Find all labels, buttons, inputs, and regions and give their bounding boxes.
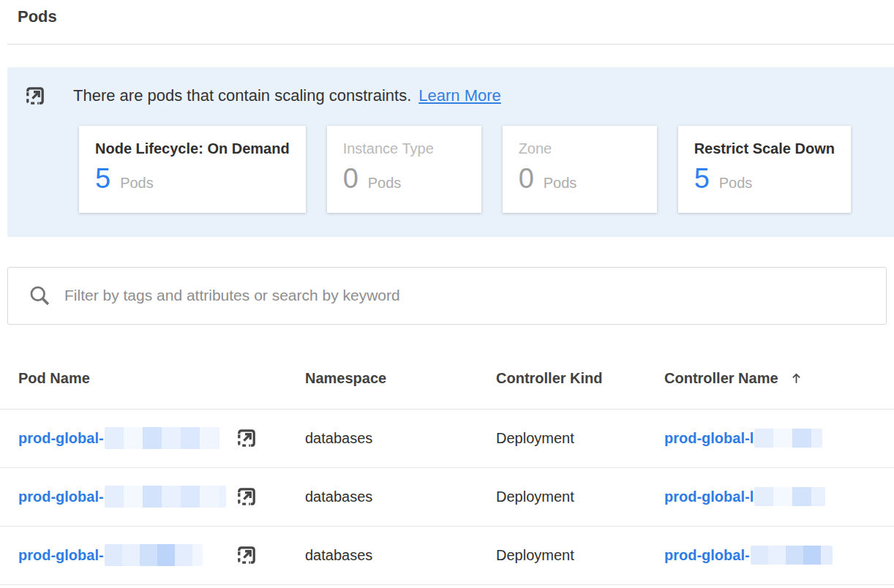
controller-name-text: prod-global-l bbox=[664, 489, 754, 505]
redacted-text bbox=[105, 486, 226, 508]
pod-name-cell: prod-global- bbox=[18, 486, 305, 508]
scale-out-icon[interactable] bbox=[236, 544, 258, 566]
card-count: 5 bbox=[694, 165, 710, 194]
scaling-constraints-banner: There are pods that contain scaling cons… bbox=[7, 67, 894, 237]
redacted-text bbox=[105, 544, 203, 566]
filter-bar bbox=[7, 267, 887, 325]
controller-name-cell: prod-global-l bbox=[664, 429, 894, 448]
card-title: Node Lifecycle: On Demand bbox=[95, 140, 290, 157]
pod-name-text: prod-global- bbox=[18, 430, 104, 447]
pod-name-cell: prod-global- bbox=[18, 427, 305, 449]
controller-name-text: prod-global-l bbox=[664, 430, 754, 447]
redacted-text bbox=[754, 487, 825, 506]
card-node-lifecycle[interactable]: Node Lifecycle: On Demand 5 Pods bbox=[79, 126, 306, 213]
filter-input[interactable] bbox=[64, 287, 871, 304]
table-header: Pod Name Namespace Controller Kind Contr… bbox=[0, 325, 894, 410]
scale-out-icon[interactable] bbox=[236, 427, 258, 449]
card-stat: 0 Pods bbox=[343, 165, 465, 194]
sort-ascending-icon[interactable] bbox=[789, 372, 803, 385]
table-row: prod-global- databases Deployment prod-g… bbox=[0, 527, 894, 585]
namespace-cell: databases bbox=[305, 430, 496, 447]
pod-name-cell: prod-global- bbox=[18, 544, 305, 566]
card-title: Instance Type bbox=[343, 140, 465, 157]
controller-name-link[interactable]: prod-global-l bbox=[664, 429, 822, 448]
card-unit: Pods bbox=[719, 175, 753, 192]
banner-header: There are pods that contain scaling cons… bbox=[24, 85, 894, 107]
controller-kind-cell: Deployment bbox=[496, 489, 664, 505]
scale-out-icon bbox=[24, 85, 46, 107]
constraint-cards: Node Lifecycle: On Demand 5 Pods Instanc… bbox=[79, 126, 894, 213]
controller-kind-cell: Deployment bbox=[496, 430, 664, 447]
redacted-text bbox=[751, 546, 833, 565]
column-header-controller-kind[interactable]: Controller Kind bbox=[496, 370, 664, 387]
column-header-namespace[interactable]: Namespace bbox=[305, 370, 496, 387]
card-zone[interactable]: Zone 0 Pods bbox=[503, 126, 657, 213]
table-row: prod-global- databases Deployment prod-g… bbox=[0, 468, 894, 527]
page-title: Pods bbox=[18, 7, 894, 26]
card-stat: 5 Pods bbox=[95, 165, 290, 194]
card-title: Restrict Scale Down bbox=[694, 140, 835, 157]
pod-name-link[interactable]: prod-global- bbox=[18, 486, 236, 508]
controller-kind-cell: Deployment bbox=[496, 547, 664, 564]
card-count: 5 bbox=[95, 165, 110, 194]
pod-name-text: prod-global- bbox=[18, 547, 104, 564]
scale-out-icon[interactable] bbox=[236, 486, 258, 508]
controller-name-link[interactable]: prod-global- bbox=[664, 546, 833, 565]
column-header-pod-name[interactable]: Pod Name bbox=[18, 370, 305, 387]
card-title: Zone bbox=[519, 140, 641, 157]
card-unit: Pods bbox=[368, 175, 402, 192]
pod-name-link[interactable]: prod-global- bbox=[18, 427, 236, 449]
card-stat: 5 Pods bbox=[694, 165, 835, 194]
column-header-label: Controller Name bbox=[664, 370, 778, 387]
pod-name-link[interactable]: prod-global- bbox=[18, 544, 236, 566]
card-instance-type[interactable]: Instance Type 0 Pods bbox=[327, 126, 481, 213]
namespace-cell: databases bbox=[305, 547, 496, 564]
redacted-text bbox=[754, 429, 822, 448]
controller-name-link[interactable]: prod-global-l bbox=[664, 487, 825, 506]
learn-more-link[interactable]: Learn More bbox=[418, 86, 501, 105]
card-restrict-scale-down[interactable]: Restrict Scale Down 5 Pods bbox=[678, 126, 851, 213]
redacted-text bbox=[105, 427, 219, 449]
search-icon bbox=[28, 284, 52, 308]
card-unit: Pods bbox=[544, 175, 577, 192]
card-count: 0 bbox=[519, 165, 534, 194]
namespace-cell: databases bbox=[305, 489, 496, 505]
pod-name-text: prod-global- bbox=[18, 489, 104, 505]
header-divider bbox=[7, 44, 894, 45]
card-count: 0 bbox=[343, 165, 358, 194]
controller-name-cell: prod-global-l bbox=[664, 487, 894, 506]
card-stat: 0 Pods bbox=[519, 165, 641, 194]
card-unit: Pods bbox=[120, 175, 154, 192]
controller-name-cell: prod-global- bbox=[664, 546, 894, 565]
banner-message: There are pods that contain scaling cons… bbox=[73, 86, 411, 105]
table-row: prod-global- databases Deployment prod-g… bbox=[0, 410, 894, 468]
controller-name-text: prod-global- bbox=[664, 547, 750, 564]
column-header-controller-name[interactable]: Controller Name bbox=[664, 370, 894, 387]
